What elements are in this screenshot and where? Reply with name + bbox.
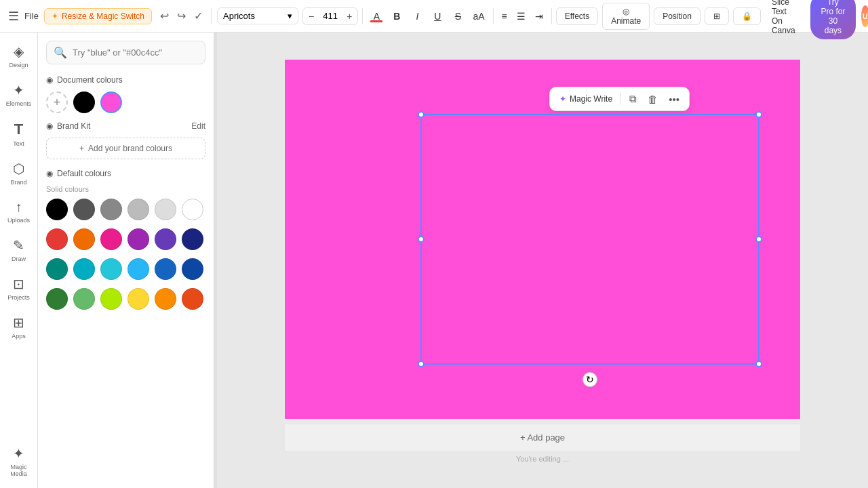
doc-color-black[interactable]: [73, 92, 95, 113]
position-button[interactable]: Position: [654, 7, 701, 25]
solid-color[interactable]: [73, 199, 95, 220]
canvas-scroll[interactable]: ✦ Magic Write ⧉ 🗑 ••• ↻: [217, 33, 868, 488]
solid-color[interactable]: [182, 258, 203, 280]
selection-box: ↻: [420, 114, 760, 365]
save-button[interactable]: ✓: [191, 7, 205, 25]
underline-button[interactable]: U: [428, 8, 447, 24]
text-label: Text: [13, 140, 24, 147]
magic-media-label: Magic Media: [5, 464, 33, 477]
color-search-input[interactable]: [73, 47, 198, 58]
solid-color[interactable]: [100, 288, 122, 310]
solid-color[interactable]: [127, 199, 149, 220]
solid-color[interactable]: [155, 199, 176, 220]
sidebar-item-magic-media[interactable]: ✦ Magic Media: [3, 440, 35, 483]
brand-kit-title: ◉ Brand Kit: [46, 121, 90, 131]
undo-button[interactable]: ↩: [157, 7, 172, 25]
rotate-handle[interactable]: ↻: [583, 372, 597, 387]
handle-bottom-left[interactable]: [418, 361, 425, 367]
draw-icon: ✎: [13, 237, 24, 253]
document-colour-row: +: [46, 92, 205, 113]
grid-button[interactable]: ⊞: [705, 7, 729, 25]
topbar-separator-3: [493, 8, 494, 24]
solid-color[interactable]: [155, 258, 176, 280]
align-left-button[interactable]: ≡: [498, 8, 511, 24]
sidebar-item-draw[interactable]: ✎ Draw: [3, 232, 35, 268]
handle-top-left[interactable]: [418, 111, 425, 118]
align-indent-button[interactable]: ⇥: [531, 8, 547, 24]
add-brand-button[interactable]: + Add your brand colours: [46, 138, 205, 159]
bold-button[interactable]: B: [387, 8, 406, 24]
magic-write-label: Magic Write: [570, 94, 612, 104]
document-colours-label: Document colours: [57, 75, 123, 85]
align-list-button[interactable]: ☰: [513, 8, 530, 24]
apps-label: Apps: [12, 333, 26, 340]
animate-icon: ◎: [623, 7, 629, 16]
color-search-box[interactable]: 🔍: [46, 41, 205, 64]
font-size-control: − +: [302, 7, 358, 25]
solid-color[interactable]: [182, 199, 203, 220]
sidebar-item-design[interactable]: ◈ Design: [3, 38, 35, 74]
sidebar-item-projects[interactable]: ⊡ Projects: [3, 270, 35, 306]
default-colours-label: Default colours: [57, 169, 111, 178]
doc-color-pink[interactable]: [100, 92, 122, 113]
magic-switch-button[interactable]: ✦ Resize & Magic Switch: [44, 8, 152, 24]
design-icon: ◈: [14, 43, 24, 60]
brand-kit-edit-button[interactable]: Edit: [191, 121, 205, 131]
more-options-button[interactable]: •••: [666, 92, 682, 106]
sidebar-item-text[interactable]: T Text: [3, 115, 35, 152]
redo-button[interactable]: ↪: [174, 7, 189, 25]
effects-button[interactable]: Effects: [556, 7, 598, 25]
solid-color[interactable]: [155, 228, 176, 250]
solid-color[interactable]: [46, 258, 68, 280]
italic-button[interactable]: I: [408, 8, 427, 24]
solid-color[interactable]: [46, 199, 68, 220]
copy-button[interactable]: ⧉: [627, 92, 639, 106]
text-color-button[interactable]: A: [367, 8, 386, 24]
handle-middle-right[interactable]: [755, 236, 762, 243]
solid-color[interactable]: [127, 228, 149, 250]
font-size-input[interactable]: [318, 11, 342, 21]
animate-button[interactable]: ◎ Animate: [602, 3, 650, 30]
solid-color-row-4: [46, 288, 205, 310]
solid-color[interactable]: [73, 228, 95, 250]
solid-color[interactable]: [100, 228, 122, 250]
solid-color[interactable]: [127, 258, 149, 280]
solid-color[interactable]: [155, 288, 176, 310]
uploads-label: Uploads: [7, 217, 30, 224]
handle-bottom-right[interactable]: [755, 361, 762, 367]
delete-button[interactable]: 🗑: [645, 92, 660, 106]
font-size-increase[interactable]: +: [344, 9, 355, 23]
strikethrough-button[interactable]: S: [448, 8, 467, 24]
solid-color[interactable]: [46, 288, 68, 310]
handle-top-right[interactable]: [755, 111, 762, 118]
solid-color[interactable]: [73, 258, 95, 280]
top-bar: ☰ File ✦ Resize & Magic Switch ↩ ↪ ✓ Apr…: [0, 0, 868, 33]
try-pro-button[interactable]: Try Pro for 30 days: [810, 0, 856, 39]
file-menu[interactable]: File: [24, 11, 39, 21]
solid-color[interactable]: [73, 288, 95, 310]
sidebar-item-elements[interactable]: ✦ Elements: [3, 77, 35, 113]
top-bar-left: ☰ File ✦ Resize & Magic Switch ↩ ↪ ✓: [8, 7, 205, 25]
sidebar-item-brand[interactable]: ⬡ Brand: [3, 155, 35, 191]
sidebar-item-uploads[interactable]: ↑ Uploads: [3, 194, 35, 229]
solid-color[interactable]: [182, 228, 203, 250]
hamburger-icon[interactable]: ☰: [8, 9, 19, 24]
solid-color[interactable]: [182, 288, 203, 310]
add-color-button[interactable]: +: [46, 92, 68, 113]
lock-button[interactable]: 🔒: [733, 7, 761, 25]
slice-text-button[interactable]: Slice Text On Canva: [766, 0, 805, 38]
uploads-icon: ↑: [16, 199, 22, 215]
handle-middle-left[interactable]: [418, 236, 425, 243]
solid-color[interactable]: [127, 288, 149, 310]
solid-color[interactable]: [100, 199, 122, 220]
user-avatar[interactable]: U: [861, 5, 868, 27]
font-size-decrease[interactable]: −: [306, 9, 317, 23]
add-page-bar[interactable]: + Add page: [285, 424, 800, 451]
case-button[interactable]: aA: [469, 8, 488, 24]
magic-write-button[interactable]: ✦ Magic Write: [557, 93, 615, 105]
solid-color[interactable]: [100, 258, 122, 280]
font-selector[interactable]: Apricots ▾: [217, 7, 298, 24]
canvas-page[interactable]: ✦ Magic Write ⧉ 🗑 ••• ↻: [285, 60, 800, 419]
solid-color[interactable]: [46, 228, 68, 250]
sidebar-item-apps[interactable]: ⊞ Apps: [3, 309, 35, 345]
